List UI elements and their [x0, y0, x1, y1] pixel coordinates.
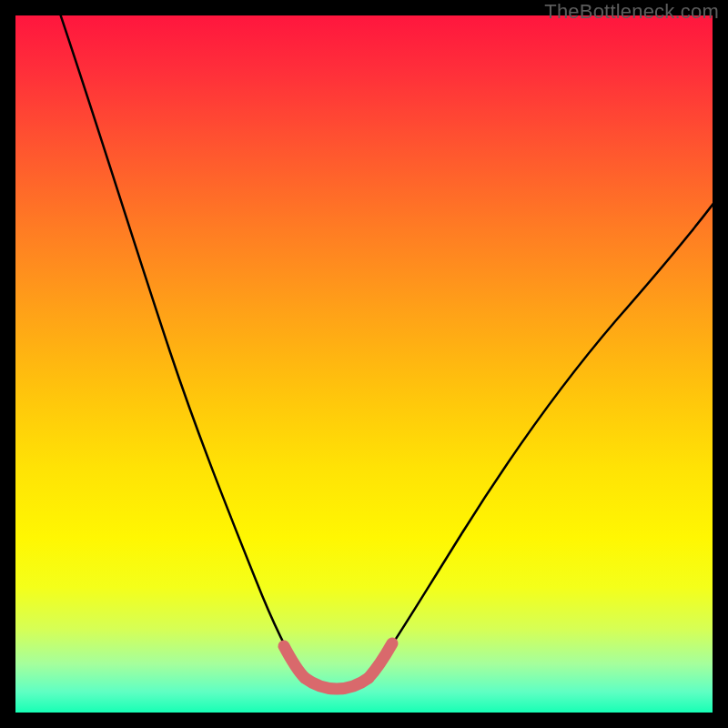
curve-left-branch [59, 15, 303, 677]
curve-right-branch [370, 197, 713, 677]
chart-svg [15, 15, 713, 713]
chart-frame [15, 15, 713, 713]
curve-highlight-bottom [305, 678, 369, 689]
curve-highlight-right [369, 643, 392, 678]
watermark-text: TheBottleneck.com [544, 0, 719, 24]
